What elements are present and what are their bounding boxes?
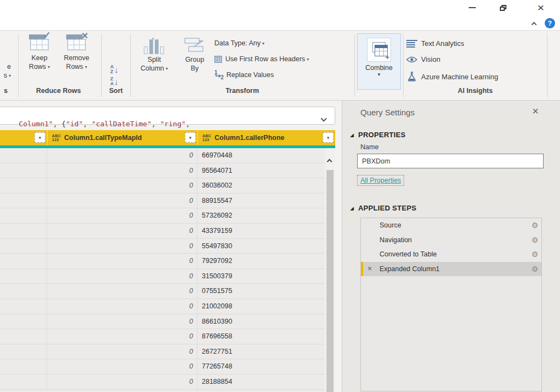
table-row[interactable]: 0 57326092 [0,208,325,224]
properties-section-header[interactable]: PROPERTIES [350,131,406,139]
cell-callerPhone: 86610390 [197,314,325,329]
combine-dropdown-caret-icon [358,72,400,77]
table-row[interactable]: 0 43379159 [0,224,325,239]
clipped-ribbon-button[interactable]: e s [0,62,11,80]
table-row[interactable]: 0 79297092 [0,254,325,269]
transform-group-label: Transform [131,87,353,98]
combine-button[interactable]: Combine [357,33,401,90]
cell-clipped-column [0,284,47,299]
cell-callerPhone: 87696558 [197,329,325,344]
applied-step-item[interactable]: Expanded Column1 [361,262,541,277]
use-first-row-button[interactable]: Use First Row as Headers [214,55,309,63]
replace-values-button[interactable]: 1 2 Replace Values [214,71,274,79]
table-row[interactable]: 0 07551575 [0,284,325,299]
table-row[interactable]: 0 77265748 [0,359,325,375]
cell-callTypeMapId: 0 [47,284,197,299]
cell-clipped-column [0,344,47,359]
table-row[interactable]: 0 87696558 [0,329,325,344]
cell-clipped-column [0,269,47,284]
cell-callerPhone: 55497830 [197,239,325,254]
group-by-label-2: By [178,64,212,73]
collapse-triangle-icon[interactable] [350,132,354,138]
close-window-button[interactable] [532,1,550,14]
group-by-label-1: Group [178,55,212,64]
table-row[interactable]: 0 95564071 [0,163,325,179]
formula-bar[interactable]: Column1", {"id", "callDateTime", "ring", [0,107,335,125]
column-filter-dropdown-icon[interactable] [185,132,196,143]
sort-ascending-icon [114,65,119,74]
applied-step-item[interactable]: Source [361,218,541,233]
combine-icon [367,38,391,62]
azure-ml-flask-icon [406,71,418,82]
applied-step-item[interactable]: Navigation [361,233,541,248]
cell-callTypeMapId: 0 [47,329,197,344]
titlebar: ? [0,0,560,30]
sort-ascending-button[interactable]: AZ [105,65,124,74]
applied-steps-section-header[interactable]: APPLIED STEPS [350,204,416,212]
cell-clipped-column [0,239,47,254]
ribbon: e s s Keep Rows Remove Rows Reduce Rows … [0,30,560,101]
all-properties-link[interactable]: All Properties [357,175,404,186]
applied-steps-label: APPLIED STEPS [358,204,416,212]
cell-clipped-column [0,194,47,208]
column-name: Column1.callTypeMapId [64,134,197,142]
column-filter-dropdown-icon[interactable] [34,132,45,143]
query-name-input[interactable] [357,154,544,168]
table-row[interactable]: 0 86610390 [0,314,325,330]
vision-label: Vision [421,55,440,63]
formula-expand-chevron-icon[interactable] [322,113,326,123]
group-by-button[interactable]: Group By [178,34,212,73]
minimize-button[interactable] [463,1,481,14]
cell-callTypeMapId: 0 [47,148,197,163]
cell-clipped-column [0,375,47,389]
keep-rows-button[interactable]: Keep Rows [23,34,56,72]
applied-step-item[interactable]: Converted to Table [361,247,541,262]
table-row[interactable]: 0 66970448 [0,148,325,163]
sort-buttons: AZ ZA [105,65,124,89]
collapse-ribbon-chevron-icon[interactable] [528,19,539,28]
collapse-triangle-icon[interactable] [350,206,354,211]
text-analytics-button[interactable]: Text Analytics [406,39,464,48]
formula-text[interactable]: Column1", {"id", "callDateTime", "ring", [0,103,190,128]
sort-descending-button[interactable]: ZA [105,77,124,86]
column-header-callerPhone[interactable]: ABC123 Column1.callerPhone [197,130,335,145]
step-settings-gear-icon[interactable] [528,265,541,273]
close-panel-icon[interactable] [528,105,542,118]
column-filter-dropdown-icon[interactable] [323,132,334,143]
restore-icon [500,5,506,11]
data-type-button[interactable]: Data Type: Any [214,39,265,47]
table-row[interactable]: 0 21002098 [0,299,325,314]
cell-callerPhone: 21002098 [197,299,325,314]
table-row[interactable]: 0 88915547 [0,194,325,209]
vision-button[interactable]: Vision [406,55,440,63]
applied-steps-list: Source Navigation Converted to Table E [360,218,542,391]
help-button[interactable]: ? [545,18,555,28]
table-row[interactable]: 0 31500379 [0,269,325,284]
delete-step-icon[interactable] [368,264,372,273]
table-row[interactable]: 0 28188854 [0,375,325,390]
table-row[interactable]: 0 36036002 [0,178,325,194]
column-header-callTypeMapId[interactable]: ABC123 Column1.callTypeMapId [47,130,197,145]
scrollbar-thumb[interactable] [326,170,334,392]
cell-callerPhone: 31500379 [197,269,325,284]
restore-button[interactable] [494,1,512,14]
table-row[interactable]: 0 26727751 [0,344,325,360]
cell-clipped-column [0,178,47,193]
cell-callTypeMapId: 0 [47,269,197,284]
column-header-clipped[interactable] [0,130,47,145]
cell-callTypeMapId: 0 [47,254,197,268]
cell-clipped-column [0,148,47,163]
azure-ml-button[interactable]: Azure Machine Learning [406,71,498,82]
remove-rows-icon [66,34,87,50]
table-row[interactable]: 0 55497830 [0,239,325,254]
step-settings-gear-icon[interactable] [528,236,541,244]
cell-callTypeMapId: 0 [47,359,197,374]
cell-callTypeMapId: 0 [47,239,197,254]
scroll-up-arrow-icon[interactable] [328,156,331,166]
split-column-button[interactable]: Split Column [137,34,172,73]
remove-rows-button[interactable]: Remove Rows [57,34,96,72]
table-vertical-scrollbar[interactable] [325,148,335,392]
step-settings-gear-icon[interactable] [528,221,541,230]
step-settings-gear-icon[interactable] [528,250,541,259]
replace-values-label: Replace Values [226,71,274,79]
